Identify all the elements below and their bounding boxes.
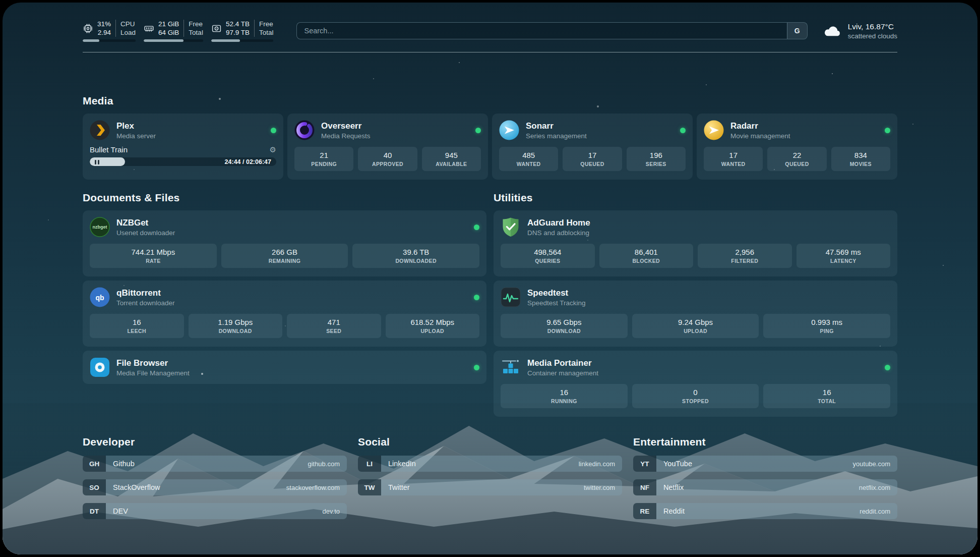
stat-box: 485 WANTED <box>499 147 558 171</box>
weather-condition: scattered clouds <box>848 32 897 40</box>
memory-icon <box>144 23 154 34</box>
service-subtitle: Media Requests <box>321 132 371 140</box>
bookmark-name: Github <box>113 460 135 468</box>
bookmark-twitter[interactable]: TW Twitter twitter.com <box>358 479 622 495</box>
bookmark-linkedin[interactable]: LI LinkedIn linkedin.com <box>358 456 622 472</box>
bookmark-netflix[interactable]: NF Netflix netflix.com <box>633 479 897 495</box>
bookmark-stackoverflow[interactable]: SO StackOverflow stackoverflow.com <box>83 479 347 495</box>
bookmark-abbr: SO <box>83 479 106 495</box>
disk-widget: 52.4 TB 97.9 TB Free Total <box>211 20 274 42</box>
cpu-label: CPU <box>120 20 135 28</box>
service-card-adguard[interactable]: AdGuard Home DNS and adblocking 498,564 … <box>494 210 897 276</box>
stat-box: 266 GB REMAINING <box>221 244 348 268</box>
service-card-plex[interactable]: Plex Media server Bullet Train ⚙ 24:44 <box>83 114 283 180</box>
service-subtitle: Container management <box>527 369 598 377</box>
bookmark-youtube[interactable]: YT YouTube youtube.com <box>633 456 897 472</box>
service-title: Sonarr <box>526 121 587 131</box>
bookmark-url: dev.to <box>323 508 347 515</box>
service-card-overseerr[interactable]: Overseerr Media Requests 21 PENDING 40 A… <box>287 114 488 180</box>
service-subtitle: Movie management <box>730 132 790 140</box>
memory-free-label: Free <box>189 20 203 28</box>
plex-now-playing: Bullet Train ⚙ 24:44 / 02:06:47 <box>90 145 276 166</box>
bookmark-group-social: Social LI LinkedIn linkedin.com TW Twitt… <box>358 436 622 519</box>
section-title-media: Media <box>83 95 897 107</box>
section-documents: Documents & Files nzbget NZBGet Usenet d… <box>83 192 486 417</box>
service-title: Media Portainer <box>527 358 598 368</box>
status-dot <box>885 128 890 133</box>
service-card-filebrowser[interactable]: File Browser Media File Management <box>83 351 486 384</box>
sonarr-icon <box>499 120 519 140</box>
nzbget-icon: nzbget <box>90 217 110 237</box>
now-playing-title: Bullet Train <box>90 145 128 154</box>
bookmark-url: youtube.com <box>853 460 897 468</box>
pause-icon <box>95 157 101 166</box>
service-card-radarr[interactable]: Radarr Movie management 17 WANTED 22 QUE… <box>697 114 897 180</box>
gear-icon[interactable]: ⚙ <box>270 146 276 153</box>
playback-progress-bar: 24:44 / 02:06:47 <box>90 157 276 166</box>
header-divider <box>83 52 897 52</box>
status-dot <box>474 225 479 230</box>
bookmark-url: stackoverflow.com <box>286 484 347 491</box>
adguard-icon <box>501 217 521 237</box>
service-card-nzbget[interactable]: nzbget NZBGet Usenet downloader 744.21 M… <box>83 210 486 276</box>
stat-box: 40 APPROVED <box>358 147 417 171</box>
service-title: Speedtest <box>527 288 586 298</box>
cpu-percent: 31% <box>97 20 111 28</box>
bookmark-group-developer: Developer GH Github github.com SO StackO… <box>83 436 347 519</box>
section-title-documents: Documents & Files <box>83 192 486 204</box>
stat-box: 196 SERIES <box>627 147 686 171</box>
weather-widget: Lviv, 16.87°C scattered clouds <box>823 22 897 40</box>
bookmark-github[interactable]: GH Github github.com <box>83 456 347 472</box>
bookmark-name: LinkedIn <box>388 460 416 468</box>
bookmark-reddit[interactable]: RE Reddit reddit.com <box>633 503 897 519</box>
stat-box: 9.65 Gbps DOWNLOAD <box>501 314 628 338</box>
memory-progress-bar <box>144 39 203 42</box>
service-card-speedtest[interactable]: Speedtest Speedtest Tracking 9.65 Gbps D… <box>494 281 897 347</box>
service-card-sonarr[interactable]: Sonarr Series management 485 WANTED 17 Q… <box>492 114 693 180</box>
disk-total-label: Total <box>259 28 274 37</box>
stat-box: 945 AVAILABLE <box>422 147 481 171</box>
disk-free-label: Free <box>259 20 273 28</box>
stat-box: 618.52 Mbps UPLOAD <box>386 314 480 338</box>
stat-box: 0 STOPPED <box>632 384 759 408</box>
stat-box: 9.24 Gbps UPLOAD <box>632 314 759 338</box>
search-input[interactable] <box>297 23 786 39</box>
stat-box: 834 MOVIES <box>831 147 890 171</box>
service-title: Overseerr <box>321 121 371 131</box>
section-utilities: Utilities <box>494 192 897 417</box>
stat-box: 16 RUNNING <box>501 384 628 408</box>
bookmark-dev[interactable]: DT DEV dev.to <box>83 503 347 519</box>
playback-time: 24:44 / 02:06:47 <box>225 158 271 165</box>
bookmark-abbr: NF <box>633 479 656 495</box>
disk-progress-bar <box>211 39 274 42</box>
cpu-widget: 31% 2.94 CPU Load <box>83 20 136 42</box>
stat-box: 0.993 ms PING <box>763 314 890 338</box>
bookmark-group-entertainment: Entertainment YT YouTube youtube.com NF … <box>633 436 897 519</box>
service-title: AdGuard Home <box>527 218 590 228</box>
memory-total-label: Total <box>189 28 203 37</box>
cpu-load-label: Load <box>120 28 136 37</box>
cpu-progress-bar <box>83 39 136 42</box>
bookmark-name: Twitter <box>388 483 410 491</box>
search-provider-button[interactable]: G <box>787 23 807 39</box>
bookmark-name: YouTube <box>663 460 692 468</box>
section-title-utilities: Utilities <box>494 192 897 204</box>
bookmark-abbr: YT <box>633 456 656 472</box>
cloud-icon <box>823 23 842 38</box>
bookmark-url: linkedin.com <box>579 460 622 468</box>
service-subtitle: Media File Management <box>116 369 190 377</box>
disk-total: 97.9 TB <box>226 28 250 37</box>
bookmark-abbr: GH <box>83 456 106 472</box>
bookmark-abbr: TW <box>358 479 381 495</box>
service-title: Radarr <box>730 121 790 131</box>
service-card-qbittorrent[interactable]: qb qBittorrent Torrent downloader 16 <box>83 281 486 347</box>
bookmark-abbr: DT <box>83 503 106 519</box>
radarr-icon <box>704 120 724 140</box>
bookmark-name: DEV <box>113 507 128 515</box>
disk-free: 52.4 TB <box>226 20 250 28</box>
disk-icon <box>211 23 222 34</box>
service-card-portainer[interactable]: Media Portainer Container management 16 … <box>494 351 897 417</box>
status-dot <box>474 365 479 370</box>
service-subtitle: Media server <box>116 132 156 140</box>
service-subtitle: Torrent downloader <box>116 299 175 307</box>
